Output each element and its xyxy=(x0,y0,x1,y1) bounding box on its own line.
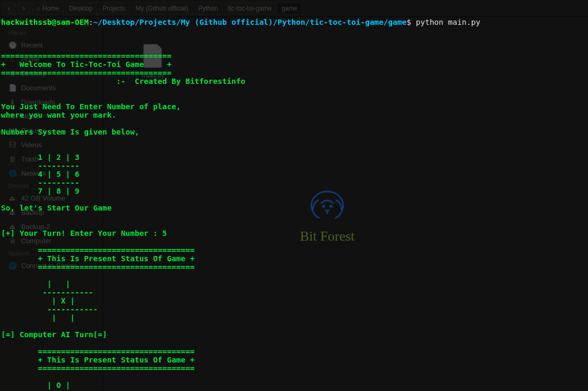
terminal-line: + This Is Present Status Of Game + xyxy=(1,254,587,263)
terminal-line: --------- xyxy=(1,161,587,170)
terminal-line: Numbers System Is given below, xyxy=(1,128,587,136)
terminal-line xyxy=(1,221,587,229)
terminal-line xyxy=(1,85,587,94)
terminal-line: 4 | 5 | 6 xyxy=(1,170,587,178)
terminal-line: ----------- xyxy=(1,305,587,313)
terminal-line: ================================== xyxy=(1,364,587,373)
terminal-line: | O | xyxy=(1,381,587,389)
terminal-line: ================================== xyxy=(1,246,587,254)
terminal-line: ===================================== xyxy=(1,69,587,77)
terminal-line: --------- xyxy=(1,178,587,187)
command-input[interactable]: python main.py xyxy=(416,18,480,26)
terminal-output: =====================================+ W… xyxy=(1,43,587,391)
terminal-line: where you want your mark. xyxy=(1,111,587,119)
terminal-line: + This Is Present Status Of Game + xyxy=(1,356,587,364)
terminal-line: ================================== xyxy=(1,263,587,271)
terminal-line: 1 | 2 | 3 xyxy=(1,153,587,161)
terminal-line xyxy=(1,339,587,347)
terminal-line: 7 | 8 | 9 xyxy=(1,187,587,195)
terminal-line: :- Created By Bitforestinfo xyxy=(1,77,587,85)
terminal-line: So, let's Start Our Game xyxy=(1,204,587,212)
terminal-line xyxy=(1,43,587,52)
terminal-line xyxy=(1,136,587,145)
prompt-path: ~/Desktop/Projects/My (Github official)/… xyxy=(93,18,407,26)
terminal-line: | | xyxy=(1,280,587,288)
terminal-line: | X | xyxy=(1,297,587,305)
terminal-line: | | xyxy=(1,313,587,322)
terminal-line xyxy=(1,373,587,381)
terminal-line: ================================== xyxy=(1,347,587,356)
terminal-line: [+] Your Turn! Enter Your Number : 5 xyxy=(1,229,587,237)
prompt-user-host: hackwithssb@sam-OEM xyxy=(1,18,89,26)
terminal-line xyxy=(1,237,587,246)
terminal-line: [=] Computer AI Turn[=] xyxy=(1,330,587,339)
terminal-line: ===================================== xyxy=(1,52,587,60)
terminal-line xyxy=(1,94,587,102)
terminal-line: You Just Need To Enter Number of place, xyxy=(1,102,587,111)
terminal-window[interactable]: hackwithssb@sam-OEM:~/Desktop/Projects/M… xyxy=(0,0,588,391)
terminal-line xyxy=(1,195,587,204)
terminal-line xyxy=(1,271,587,280)
terminal-line xyxy=(1,119,587,128)
terminal-line: + Welcome To Tic-Toc-Toi Game + xyxy=(1,60,587,69)
terminal-line xyxy=(1,145,587,153)
terminal-line xyxy=(1,322,587,330)
terminal-line xyxy=(1,212,587,221)
terminal-line: ----------- xyxy=(1,288,587,297)
terminal-prompt-line: hackwithssb@sam-OEM:~/Desktop/Projects/M… xyxy=(1,18,587,26)
